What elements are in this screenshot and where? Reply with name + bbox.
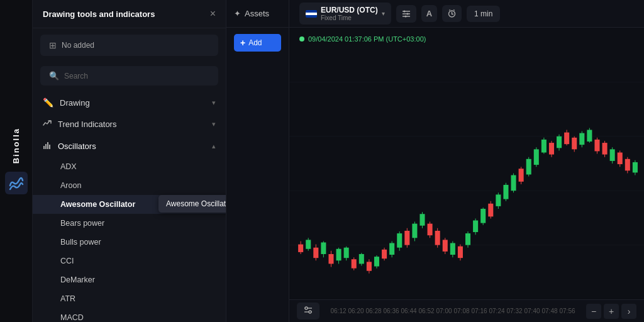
time-label-2: 06:28	[365, 308, 382, 314]
svg-rect-110	[633, 162, 638, 172]
svg-rect-76	[503, 185, 508, 199]
atr-label: ATR	[60, 294, 75, 303]
panel-close-button[interactable]: ×	[210, 9, 216, 19]
chart-area: EUR/USD (OTC) Fixed Time ▾ A	[289, 0, 644, 322]
svg-rect-4	[49, 145, 50, 149]
awesome-label: Awesome Oscillator	[60, 200, 135, 209]
svg-rect-64	[458, 247, 463, 258]
svg-rect-92	[564, 133, 569, 145]
svg-point-9	[406, 13, 408, 14]
time-label-0: 06:12	[330, 308, 347, 314]
asset-sub: Fixed Time	[321, 14, 378, 21]
brand-logo	[5, 172, 28, 194]
svg-point-114	[309, 311, 311, 313]
zoom-controls: − + ›	[586, 304, 636, 319]
asset-chevron-icon: ▾	[382, 10, 385, 17]
trend-chevron: ▾	[212, 120, 216, 128]
macd-label: MACD	[60, 313, 84, 322]
no-added-text: No added	[62, 41, 94, 50]
drawing-tools-panel: Drawing tools and indicators × ⊞ No adde…	[33, 0, 226, 322]
svg-rect-36	[352, 259, 357, 268]
bulls-label: Bulls power	[60, 238, 101, 247]
indicator-bulls[interactable]: Bulls power	[33, 233, 226, 252]
svg-rect-72	[488, 204, 493, 217]
svg-rect-28	[321, 242, 326, 254]
assets-header: ✦ Assets	[226, 0, 289, 28]
oscillators-chevron: ▴	[212, 142, 216, 150]
svg-rect-90	[557, 136, 562, 148]
svg-rect-40	[367, 262, 372, 270]
indicators-button[interactable]	[396, 5, 416, 23]
assets-add-button[interactable]: + Add	[234, 34, 281, 52]
search-input[interactable]	[64, 72, 209, 80]
trend-icon	[43, 119, 52, 130]
zoom-in-button[interactable]: +	[604, 304, 619, 319]
svg-rect-32	[336, 249, 341, 261]
svg-rect-52	[412, 224, 417, 238]
svg-rect-3	[47, 142, 48, 149]
svg-rect-100	[594, 140, 599, 152]
svg-rect-82	[526, 159, 531, 175]
svg-rect-1	[43, 146, 45, 149]
indicator-bears[interactable]: Bears power	[33, 214, 226, 233]
indicator-awesome[interactable]: Awesome Oscillator	[33, 195, 226, 214]
svg-rect-58	[435, 231, 440, 245]
svg-rect-108	[625, 159, 630, 171]
indicator-macd[interactable]: MACD	[33, 308, 226, 322]
oscillators-label: Oscillators	[58, 142, 96, 151]
svg-rect-66	[465, 233, 470, 245]
svg-rect-102	[602, 143, 608, 155]
indicator-atr[interactable]: ATR	[33, 289, 226, 308]
category-list: ✏️ Drawing ▾ Trend Indicators ▾	[33, 92, 226, 322]
text-tool-button[interactable]: A	[421, 5, 437, 22]
zoom-out-button[interactable]: −	[586, 304, 601, 319]
indicator-demarker[interactable]: DeMarker	[33, 270, 226, 289]
plus-icon: +	[240, 38, 245, 48]
time-interval-button[interactable]: 1 min	[467, 6, 500, 22]
flag-icon	[306, 10, 317, 18]
category-drawing[interactable]: ✏️ Drawing ▾	[33, 92, 226, 113]
svg-rect-56	[428, 224, 433, 236]
aroon-label: Aroon	[60, 181, 81, 190]
indicator-cci[interactable]: CCI	[33, 252, 226, 270]
asset-name: EUR/USD (OTC)	[321, 6, 378, 14]
time-label-3: 06:36	[382, 308, 400, 314]
svg-rect-38	[359, 254, 364, 264]
category-trend[interactable]: Trend Indicators ▾	[33, 113, 226, 135]
oscillator-icon	[43, 141, 52, 152]
chart-svg	[289, 28, 644, 299]
svg-rect-74	[496, 194, 501, 206]
chart-body: 09/04/2024 01:37:06 PM (UTC+03:00)	[289, 28, 644, 299]
svg-point-113	[305, 307, 308, 309]
svg-rect-50	[404, 231, 409, 245]
time-label-11: 07:40	[523, 308, 541, 314]
svg-point-8	[403, 10, 405, 12]
svg-rect-30	[328, 254, 333, 264]
chart-settings-button[interactable]	[297, 303, 319, 319]
search-icon: 🔍	[49, 71, 59, 80]
chart-bottom-bar: 06:12 06:20 06:28 06:36 06:44 06:52 07:0…	[289, 299, 644, 322]
assets-star-icon: ✦	[234, 9, 241, 18]
trend-label: Trend Indicators	[58, 119, 116, 129]
category-oscillators[interactable]: Oscillators ▴	[33, 135, 226, 157]
time-label-13: 07:56	[558, 308, 576, 314]
time-label-8: 07:16	[470, 308, 488, 314]
asset-selector[interactable]: EUR/USD (OTC) Fixed Time ▾	[299, 3, 391, 25]
adx-label: ADX	[60, 162, 77, 171]
indicator-aroon[interactable]: Aroon	[33, 176, 226, 195]
no-added-bar: ⊞ No added	[40, 35, 218, 56]
svg-rect-96	[579, 133, 584, 145]
drawing-label: Drawing	[60, 98, 90, 108]
indicator-awesome-wrapper: Awesome Oscillator Awesome Oscillator	[33, 195, 226, 214]
time-label-12: 07:48	[541, 308, 558, 314]
time-label-1: 06:20	[347, 308, 365, 314]
svg-rect-84	[534, 149, 539, 165]
svg-rect-68	[473, 221, 478, 233]
svg-rect-44	[382, 250, 387, 258]
time-label-5: 06:52	[418, 308, 435, 314]
svg-rect-88	[549, 143, 554, 155]
indicator-adx[interactable]: ADX	[33, 157, 226, 176]
nav-forward-button[interactable]: ›	[621, 304, 636, 319]
svg-rect-24	[306, 240, 311, 248]
alarm-button[interactable]	[442, 5, 462, 22]
